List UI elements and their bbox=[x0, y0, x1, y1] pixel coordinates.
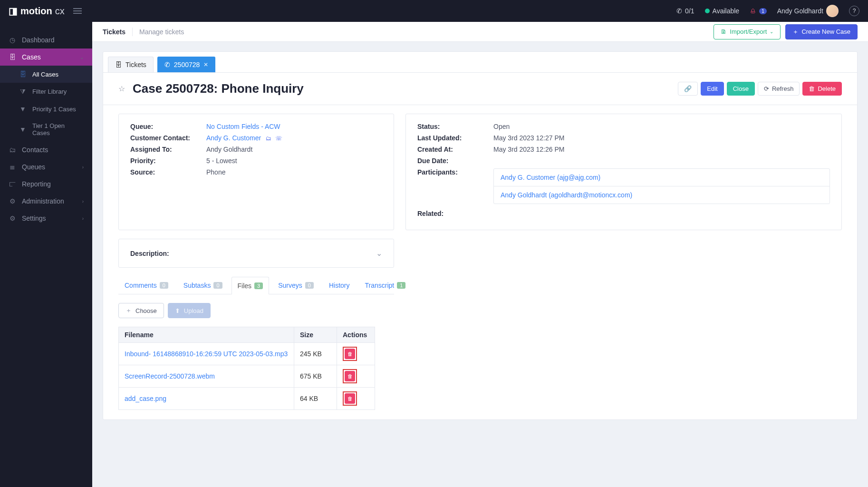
file-size: 64 KB bbox=[294, 388, 337, 410]
breadcrumb-primary: Tickets bbox=[103, 28, 125, 36]
notification-count: 1 bbox=[759, 8, 767, 14]
queue-link[interactable]: No Custom Fields - ACW bbox=[206, 123, 280, 130]
contact-label: Customer Contact: bbox=[130, 134, 206, 142]
sidebar-item-settings[interactable]: ⚙ Settings › bbox=[0, 210, 92, 227]
related-label: Related: bbox=[417, 210, 493, 217]
agent-status[interactable]: Available bbox=[705, 7, 740, 15]
layers-icon: ≣ bbox=[9, 163, 16, 171]
edit-button[interactable]: Edit bbox=[701, 82, 723, 96]
trash-icon: 🗑 bbox=[347, 396, 353, 401]
sidebar-item-priority1[interactable]: ▼ Priority 1 Cases bbox=[0, 100, 92, 117]
sidebar-item-tier1-open[interactable]: ▼ Tier 1 Open Cases bbox=[0, 117, 92, 141]
file-size: 675 KB bbox=[294, 365, 337, 388]
participant-link[interactable]: Andy Goldhardt (agoldhardt@motioncx.com) bbox=[501, 191, 632, 199]
count-badge: 0 bbox=[160, 282, 168, 289]
case-tabs: 🗄 Tickets ✆ 2500728 ✕ bbox=[103, 52, 857, 73]
assigned-label: Assigned To: bbox=[130, 146, 206, 153]
tab-tickets[interactable]: 🗄 Tickets bbox=[108, 57, 154, 72]
table-row: ScreenRecord-2500728.webm 675 KB 🗑 bbox=[119, 365, 375, 388]
count-badge: 0 bbox=[213, 282, 222, 289]
participants-list: Andy G. Customer (ajg@ajg.com) Andy Gold… bbox=[493, 168, 830, 204]
link-button[interactable]: 🔗 bbox=[678, 82, 698, 96]
sidebar-item-reporting[interactable]: ⫍ Reporting bbox=[0, 175, 92, 193]
brand-name: motion bbox=[20, 6, 52, 17]
briefcase-icon: 🗄 bbox=[115, 61, 122, 68]
sidebar-toggle-button[interactable] bbox=[73, 8, 82, 14]
star-outline-icon[interactable]: ☆ bbox=[118, 84, 125, 93]
subtab-subtasks[interactable]: Subtasks0 bbox=[177, 276, 229, 294]
gauge-icon: ◷ bbox=[9, 36, 16, 44]
subtab-label: Surveys bbox=[278, 282, 302, 289]
import-export-label: Import/Export bbox=[730, 28, 767, 35]
subtab-files[interactable]: Files3 bbox=[231, 277, 270, 294]
breadcrumb-bar: Tickets Manage tickets 🗎 Import/Export ⌄… bbox=[92, 22, 868, 42]
import-export-button[interactable]: 🗎 Import/Export ⌄ bbox=[714, 24, 781, 39]
user-menu[interactable]: Andy Goldhardt bbox=[777, 5, 839, 17]
file-size: 245 KB bbox=[294, 343, 337, 365]
file-link[interactable]: Inbound- 16148868910-16:26:59 UTC 2023-0… bbox=[125, 350, 288, 358]
tab-label: 2500728 bbox=[174, 61, 200, 68]
close-button[interactable]: Close bbox=[727, 82, 755, 96]
sidebar-item-all-cases[interactable]: 🗄 All Cases bbox=[0, 66, 92, 83]
sidebar-item-label: Cases bbox=[22, 53, 41, 61]
chevron-down-icon: ⌄ bbox=[770, 29, 773, 34]
delete-button[interactable]: 🗑Delete bbox=[802, 82, 842, 96]
sidebar-item-label: Reporting bbox=[22, 180, 51, 188]
tab-case-2500728[interactable]: ✆ 2500728 ✕ bbox=[157, 57, 216, 72]
briefcase-icon: 🗄 bbox=[19, 70, 27, 78]
tab-label: Tickets bbox=[125, 61, 146, 68]
case-info-right: Status:Open Last Updated:May 3rd 2023 12… bbox=[405, 114, 842, 230]
close-icon[interactable]: ✕ bbox=[203, 61, 208, 68]
sidebar-item-label: Settings bbox=[22, 214, 46, 222]
chevron-right-icon: › bbox=[82, 165, 84, 170]
status-dot-icon bbox=[705, 9, 710, 13]
create-case-label: Create New Case bbox=[801, 28, 850, 35]
file-link[interactable]: add_case.png bbox=[125, 395, 166, 402]
chevron-right-icon: › bbox=[82, 216, 84, 221]
create-case-button[interactable]: ＋ Create New Case bbox=[785, 24, 858, 39]
contact-link[interactable]: Andy G. Customer bbox=[206, 134, 261, 142]
sidebar-item-administration[interactable]: ⚙︎ Administration › bbox=[0, 193, 92, 210]
refresh-button[interactable]: ⟳Refresh bbox=[758, 82, 800, 96]
user-cog-icon: ⚙︎ bbox=[9, 197, 16, 205]
case-subtabs: Comments0 Subtasks0 Files3 Surveys0 Hist… bbox=[118, 276, 394, 294]
subtab-surveys[interactable]: Surveys0 bbox=[272, 276, 320, 294]
created-value: May 3rd 2023 12:26 PM bbox=[493, 146, 564, 153]
notifications-button[interactable]: 🕭 1 bbox=[750, 7, 767, 15]
sidebar-item-contacts[interactable]: 🗂 Contacts bbox=[0, 141, 92, 158]
status-value: Open bbox=[493, 123, 510, 130]
breadcrumb-secondary: Manage tickets bbox=[139, 28, 184, 36]
subtab-label: History bbox=[329, 282, 350, 289]
subtab-history[interactable]: History bbox=[323, 276, 356, 294]
subtab-comments[interactable]: Comments0 bbox=[118, 276, 174, 294]
contact-card-icon[interactable]: 🗂 bbox=[266, 135, 271, 142]
file-delete-button[interactable]: 🗑 bbox=[345, 393, 355, 404]
description-card[interactable]: Description: ⌄ bbox=[118, 239, 394, 268]
sidebar-item-label: Tier 1 Open Cases bbox=[32, 122, 84, 136]
participant-link[interactable]: Andy G. Customer (ajg@ajg.com) bbox=[501, 174, 600, 181]
help-button[interactable]: ? bbox=[849, 6, 859, 16]
edit-label: Edit bbox=[707, 85, 717, 92]
gear-icon: ⚙ bbox=[9, 214, 16, 222]
created-label: Created At: bbox=[417, 146, 493, 153]
brand-logo[interactable]: ◨ motioncx bbox=[9, 5, 65, 17]
col-size: Size bbox=[294, 327, 337, 343]
sidebar-item-cases[interactable]: 🗄 Cases ⌄ bbox=[0, 49, 92, 66]
call-ratio: 0/1 bbox=[685, 7, 694, 15]
sidebar-item-queues[interactable]: ≣ Queues › bbox=[0, 158, 92, 175]
subtab-transcript[interactable]: Transcript1 bbox=[358, 276, 412, 294]
call-counter[interactable]: ✆ 0/1 bbox=[676, 7, 694, 15]
sidebar-item-filter-library[interactable]: ⧩ Filter Library bbox=[0, 83, 92, 100]
call-out-icon[interactable]: ☏ bbox=[275, 135, 282, 142]
file-delete-button[interactable]: 🗑 bbox=[345, 349, 355, 359]
file-delete-button[interactable]: 🗑 bbox=[345, 371, 355, 381]
bell-icon: 🕭 bbox=[750, 7, 756, 15]
breadcrumb-divider bbox=[132, 28, 133, 36]
close-label: Close bbox=[733, 85, 749, 92]
sidebar-item-dashboard[interactable]: ◷ Dashboard bbox=[0, 31, 92, 49]
file-link[interactable]: ScreenRecord-2500728.webm bbox=[125, 372, 215, 380]
col-filename: Filename bbox=[119, 327, 294, 343]
participants-label: Participants: bbox=[417, 168, 493, 176]
choose-file-button[interactable]: ＋Choose bbox=[118, 303, 164, 318]
username: Andy Goldhardt bbox=[777, 7, 823, 15]
